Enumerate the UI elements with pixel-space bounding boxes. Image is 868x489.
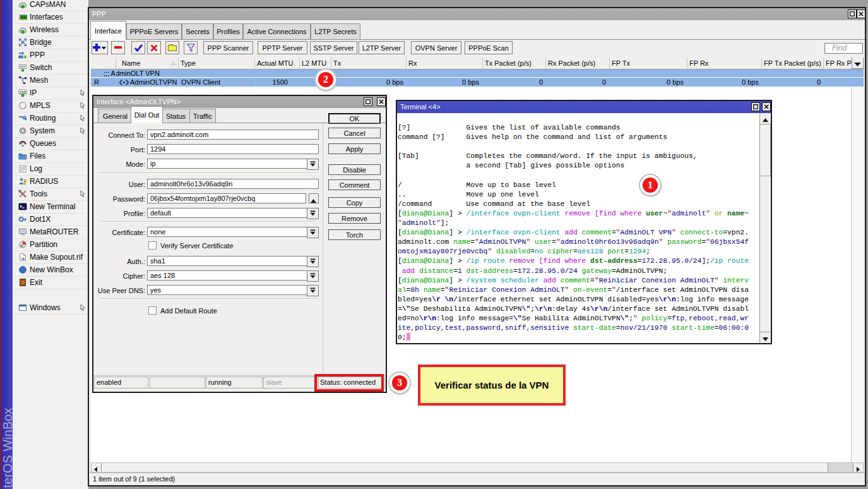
svg-text:255: 255 [20, 90, 27, 94]
